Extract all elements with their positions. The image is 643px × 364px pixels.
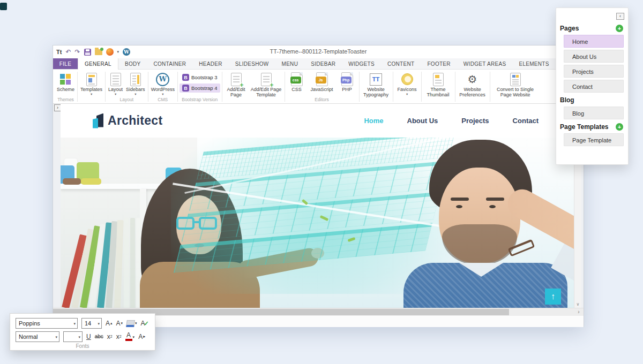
convert-single-page-button[interactable]: Convert to Single Page Website bbox=[492, 71, 539, 97]
ribbon-group-themes: Scheme Themes bbox=[54, 70, 77, 103]
ribbon-group-layout: Layout ▾ Sidebars ▾ Layout bbox=[106, 70, 148, 103]
thumbnail-icon bbox=[433, 73, 444, 86]
autocorrect-button[interactable]: A✓ bbox=[141, 320, 149, 327]
bootstrap-icon: B bbox=[182, 85, 189, 92]
php-editor-button[interactable]: Php PHP bbox=[337, 71, 357, 92]
scrollbar-down-icon[interactable]: ∨ bbox=[574, 302, 581, 307]
favicon-icon bbox=[401, 73, 413, 85]
tab-widget-areas[interactable]: WIDGET AREAS bbox=[457, 58, 513, 69]
hero-image: ↑ bbox=[61, 138, 574, 308]
bootstrap3-button[interactable]: B Bootstrap 3 bbox=[180, 73, 220, 82]
scheme-icon bbox=[60, 74, 71, 85]
scrollbar-right-icon[interactable]: › bbox=[575, 308, 582, 316]
ribbon-tab-strip: FILE GENERAL BODY CONTAINER HEADER SLIDE… bbox=[53, 58, 584, 70]
blog-section-title: Blog bbox=[560, 96, 574, 104]
building-logo-icon bbox=[92, 113, 104, 128]
grow-font-button[interactable]: A▴ bbox=[106, 320, 113, 327]
layout-icon bbox=[110, 73, 121, 86]
nav-home[interactable]: Home bbox=[364, 117, 383, 125]
underline-button[interactable]: U bbox=[86, 333, 91, 340]
nav-contact[interactable]: Contact bbox=[513, 117, 539, 125]
add-page-button[interactable]: + bbox=[616, 25, 623, 32]
javascript-file-icon: Js bbox=[316, 72, 328, 86]
tab-content[interactable]: CONTENT bbox=[381, 58, 421, 69]
shrink-font-button[interactable]: A▾ bbox=[116, 320, 123, 327]
dropdown-arrow-icon: ▾ bbox=[162, 93, 163, 95]
wordpress-button[interactable]: W WordPress ▾ bbox=[150, 71, 176, 95]
site-nav: Home About Us Projects Contact bbox=[364, 117, 539, 125]
page-item-about-us[interactable]: About Us bbox=[564, 50, 624, 63]
templates-section-title: Page Templates bbox=[560, 123, 608, 131]
titlebar: Tt ↶ ↷ ▾ W TT-7theme--800112-TemplateToa… bbox=[53, 46, 584, 58]
add-edit-page-template-button[interactable]: + Add/Edit Page Template bbox=[250, 71, 283, 97]
dropdown-arrow-icon: ▾ bbox=[115, 93, 116, 95]
website-preferences-button[interactable]: ⚙ Website Preferences bbox=[457, 71, 488, 97]
layout-button[interactable]: Layout ▾ bbox=[107, 71, 124, 95]
group-label-layout: Layout bbox=[107, 97, 146, 103]
paragraph-style-select[interactable]: Normal ▾ bbox=[16, 331, 59, 342]
ribbon-group-pages: + Add/Edit Page + Add/Edit Page Template bbox=[222, 70, 285, 103]
ribbon-group-thumbnail: Theme Thumbnail bbox=[422, 70, 455, 103]
ribbon-group-preferences: ⚙ Website Preferences bbox=[455, 70, 490, 103]
typography-icon: TT bbox=[370, 73, 382, 86]
site-logo-text: Architect bbox=[108, 113, 162, 128]
change-case-button[interactable]: A▸ bbox=[138, 333, 145, 340]
tab-body[interactable]: BODY bbox=[118, 58, 147, 69]
tab-container[interactable]: CONTAINER bbox=[147, 58, 192, 69]
ribbon-group-editors: css CSS Js JavaScript Php P bbox=[285, 70, 359, 103]
scroll-to-top-button[interactable]: ↑ bbox=[545, 289, 561, 305]
tab-elements[interactable]: ELEMENTS bbox=[512, 58, 555, 69]
tab-header[interactable]: HEADER bbox=[192, 58, 228, 69]
tab-footer[interactable]: FOOTER bbox=[421, 58, 457, 69]
nav-about-us[interactable]: About Us bbox=[407, 117, 438, 125]
group-label-cms: CMS bbox=[150, 97, 176, 103]
tab-file[interactable]: FILE bbox=[53, 58, 78, 69]
site-logo[interactable]: Architect bbox=[92, 113, 162, 128]
page-item-page-template[interactable]: Page Template bbox=[564, 133, 624, 146]
page-item-home[interactable]: Home bbox=[564, 35, 624, 48]
nav-projects[interactable]: Projects bbox=[461, 117, 489, 125]
highlight-color-button[interactable]: ▾ bbox=[126, 320, 137, 327]
collapse-panel-button[interactable]: ‹ bbox=[616, 13, 624, 20]
tab-sidebar[interactable]: SIDEBAR bbox=[304, 58, 342, 69]
font-size-select[interactable]: 14 ▾ bbox=[81, 318, 102, 329]
corner-artifact bbox=[0, 3, 7, 10]
strikethrough-button[interactable]: abc bbox=[95, 333, 103, 340]
superscript-button[interactable]: x2 bbox=[116, 333, 122, 340]
secondary-style-select[interactable]: ▾ bbox=[63, 331, 83, 342]
dropdown-arrow-icon: ▾ bbox=[91, 93, 92, 95]
font-color-button[interactable]: A ▾ bbox=[125, 332, 135, 341]
css-editor-button[interactable]: css CSS bbox=[287, 71, 307, 92]
font-family-select[interactable]: Poppins ▾ bbox=[16, 318, 78, 329]
javascript-editor-button[interactable]: Js JavaScript bbox=[308, 71, 336, 92]
css-file-icon: css bbox=[291, 72, 303, 86]
dropdown-arrow-icon: ▾ bbox=[406, 93, 408, 95]
combo-dropdown-icon: ▾ bbox=[55, 335, 57, 339]
scheme-button[interactable]: Scheme bbox=[56, 71, 76, 92]
website-preview: Architect Home About Us Projects Contact bbox=[61, 104, 574, 308]
tab-general[interactable]: GENERAL bbox=[78, 58, 118, 70]
sidebars-button[interactable]: Sidebars ▾ bbox=[125, 71, 146, 95]
gear-icon: ⚙ bbox=[468, 73, 477, 85]
tab-slideshow[interactable]: SLIDESHOW bbox=[229, 58, 275, 69]
convert-page-icon bbox=[510, 73, 521, 86]
subscript-button[interactable]: x2 bbox=[107, 333, 113, 340]
combo-dropdown-icon: ▾ bbox=[78, 335, 80, 339]
favicons-button[interactable]: Favicons ▾ bbox=[395, 71, 420, 95]
ribbon-group-templates: Templates ▾ bbox=[78, 70, 105, 103]
templates-button[interactable]: Templates ▾ bbox=[79, 71, 103, 95]
theme-thumbnail-button[interactable]: Theme Thumbnail bbox=[423, 71, 453, 97]
ribbon-toolbar: Scheme Themes Templates ▾ bbox=[53, 70, 584, 104]
add-page-template-button[interactable]: + bbox=[616, 123, 623, 131]
preview-workspace: › Architect Home About Us Projects Conta… bbox=[53, 104, 584, 308]
website-typography-button[interactable]: TT Website Typography bbox=[361, 71, 391, 97]
add-edit-page-button[interactable]: + Add/Edit Page bbox=[224, 71, 249, 97]
combo-dropdown-icon: ▾ bbox=[98, 322, 100, 326]
page-item-contact[interactable]: Contact bbox=[564, 80, 624, 93]
page-item-projects[interactable]: Projects bbox=[564, 65, 624, 78]
tab-widgets[interactable]: WIDGETS bbox=[342, 58, 381, 69]
bootstrap4-button[interactable]: B Bootstrap 4 bbox=[180, 84, 220, 93]
page-item-blog[interactable]: Blog bbox=[564, 107, 624, 119]
tab-menu[interactable]: MENU bbox=[275, 58, 305, 69]
sidebars-icon bbox=[130, 73, 141, 86]
